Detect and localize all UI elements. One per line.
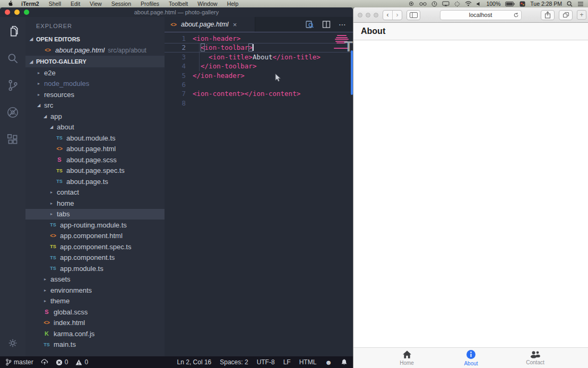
- menu-view[interactable]: View: [85, 1, 107, 7]
- tree-item-node_modules[interactable]: ▸node_modules: [25, 78, 165, 90]
- menu-window[interactable]: Window: [193, 1, 222, 7]
- address-bar[interactable]: localhost: [440, 10, 522, 20]
- notification-center-icon[interactable]: [577, 2, 584, 6]
- display-mirroring-icon[interactable]: [442, 1, 449, 6]
- close-window-button[interactable]: [358, 13, 362, 17]
- tab-overview-icon[interactable]: [559, 10, 573, 20]
- tree-item-resources[interactable]: ▸resources: [25, 89, 165, 100]
- volume-icon[interactable]: [477, 2, 481, 6]
- tree-item-global.scss[interactable]: Sglobal.scss: [25, 306, 165, 318]
- battery-icon[interactable]: [505, 2, 515, 6]
- warnings-status[interactable]: 0: [75, 358, 88, 366]
- tree-item-tabs[interactable]: ▸tabs: [25, 209, 165, 220]
- language-mode[interactable]: HTML: [299, 358, 317, 366]
- tree-item-app-routing.module.ts[interactable]: TSapp-routing.module.ts: [25, 220, 165, 231]
- tree-item-main.ts[interactable]: TSmain.ts: [25, 339, 165, 351]
- tab-contact[interactable]: Contact: [503, 348, 567, 368]
- encoding[interactable]: UTF-8: [257, 358, 275, 366]
- menubar-clock[interactable]: Tue 2:28 PM: [530, 1, 562, 7]
- tree-item-contact[interactable]: ▸contact: [25, 187, 165, 198]
- spotlight-icon[interactable]: [567, 1, 573, 7]
- tree-item-theme[interactable]: ▸theme: [25, 296, 165, 307]
- project-header[interactable]: ◢ PHOTO-GALLERY: [25, 56, 165, 67]
- debug-icon[interactable]: [6, 106, 20, 119]
- menu-profiles[interactable]: Profiles: [136, 1, 164, 7]
- tree-item-karma.conf.js[interactable]: Kkarma.conf.js: [25, 328, 165, 339]
- code-line-1[interactable]: 1<ion-header>: [165, 34, 353, 43]
- tab-about[interactable]: About: [439, 348, 503, 368]
- cursor-position[interactable]: Ln 2, Col 16: [177, 358, 212, 366]
- code-line-2[interactable]: 2 <ion-toolbar>: [165, 43, 353, 52]
- settings-gear-icon[interactable]: [7, 337, 19, 349]
- share-icon[interactable]: [541, 10, 555, 20]
- git-branch-status[interactable]: master: [5, 358, 33, 366]
- menu-shell[interactable]: Shell: [44, 1, 66, 7]
- tree-item-about.page.spec.ts[interactable]: TSabout.page.spec.ts: [25, 165, 165, 177]
- input-source-icon[interactable]: [520, 1, 525, 7]
- menu-session[interactable]: Session: [107, 1, 136, 7]
- close-window-button[interactable]: [5, 10, 10, 15]
- sync-status[interactable]: [41, 358, 48, 366]
- notifications-bell-icon[interactable]: [341, 358, 348, 366]
- search-icon[interactable]: [6, 51, 20, 65]
- close-tab-icon[interactable]: ×: [233, 21, 237, 29]
- tree-item-src[interactable]: ◢src: [25, 100, 165, 111]
- tree-item-about.page.html[interactable]: <>about.page.html: [25, 144, 165, 155]
- menu-iterm2[interactable]: iTerm2: [16, 1, 44, 7]
- menu-help[interactable]: Help: [222, 1, 244, 7]
- wifi-icon[interactable]: [465, 1, 472, 6]
- tree-item-about.module.ts[interactable]: TSabout.module.ts: [25, 133, 165, 144]
- keyboard-brightness-icon[interactable]: [454, 1, 460, 7]
- code-line-4[interactable]: 4 </ion-toolbar>: [165, 62, 353, 71]
- menu-edit[interactable]: Edit: [66, 1, 85, 7]
- new-tab-button[interactable]: +: [577, 10, 586, 20]
- code-line-5[interactable]: 5</ion-header>: [165, 71, 353, 80]
- feedback-smiley-icon[interactable]: ☻: [325, 359, 332, 366]
- open-preview-icon[interactable]: [305, 20, 314, 29]
- clock-icon[interactable]: [431, 1, 437, 7]
- minimize-window-button[interactable]: [366, 13, 370, 17]
- tree-item-app.component.ts[interactable]: TSapp.component.ts: [25, 252, 165, 264]
- tree-item-app[interactable]: ◢app: [25, 111, 165, 122]
- tree-item-e2e[interactable]: ▸e2e: [25, 67, 165, 78]
- sidebar-toggle-button[interactable]: [407, 10, 420, 20]
- forward-button[interactable]: ›: [392, 11, 402, 20]
- apple-menu-icon[interactable]: [4, 0, 16, 7]
- tree-item-about.page.ts[interactable]: TSabout.page.ts: [25, 176, 165, 187]
- tab-home[interactable]: Home: [375, 348, 439, 368]
- tree-item-app.component.html[interactable]: <>app.component.html: [25, 231, 165, 242]
- code-line-3[interactable]: 3 <ion-title>About</ion-title>: [165, 52, 353, 62]
- split-editor-icon[interactable]: [322, 20, 331, 29]
- tree-item-environments[interactable]: ▸environments: [25, 285, 165, 296]
- screen-recording-icon[interactable]: [408, 1, 414, 6]
- tree-item-index.html[interactable]: <>index.html: [25, 318, 165, 329]
- minimize-window-button[interactable]: [14, 10, 20, 15]
- indentation[interactable]: Spaces: 2: [220, 358, 248, 366]
- zoom-window-button[interactable]: [24, 10, 29, 15]
- errors-status[interactable]: 0: [56, 358, 68, 366]
- tree-item-about[interactable]: ◢about: [25, 122, 165, 133]
- extensions-icon[interactable]: [6, 133, 20, 146]
- back-button[interactable]: ‹: [383, 11, 392, 20]
- tree-item-app.component.spec.ts[interactable]: TSapp.component.spec.ts: [25, 241, 165, 252]
- code-line-6[interactable]: 6: [165, 80, 353, 89]
- eol-sequence[interactable]: LF: [283, 358, 291, 366]
- open-editors-header[interactable]: ◢ OPEN EDITORS: [25, 33, 165, 45]
- code-line-7[interactable]: 7<ion-content></ion-content>: [165, 89, 353, 98]
- tree-item-home[interactable]: ▸home: [25, 198, 165, 209]
- zoom-window-button[interactable]: [374, 13, 378, 17]
- menu-toolbelt[interactable]: Toolbelt: [164, 1, 193, 7]
- explorer-icon[interactable]: [6, 24, 20, 38]
- reload-icon[interactable]: [513, 12, 519, 19]
- tab-about-page-html[interactable]: <> about.page.html ×: [165, 17, 255, 32]
- tree-item-about.page.scss[interactable]: Sabout.page.scss: [25, 154, 165, 165]
- code-editor[interactable]: 1<ion-header>2 <ion-toolbar>3 <ion-title…: [165, 32, 353, 356]
- more-actions-icon[interactable]: ⋯: [339, 20, 347, 29]
- code-line-8[interactable]: 8: [165, 99, 353, 108]
- tree-item-app.module.ts[interactable]: TSapp.module.ts: [25, 263, 165, 274]
- source-control-icon[interactable]: [6, 78, 20, 92]
- vscode-titlebar[interactable]: about.page.html — photo-gallery: [0, 7, 353, 17]
- tree-item-assets[interactable]: ▸assets: [25, 274, 165, 285]
- open-editor-item[interactable]: <> about.page.html src/app/about: [25, 45, 165, 56]
- glasses-icon[interactable]: [419, 2, 427, 6]
